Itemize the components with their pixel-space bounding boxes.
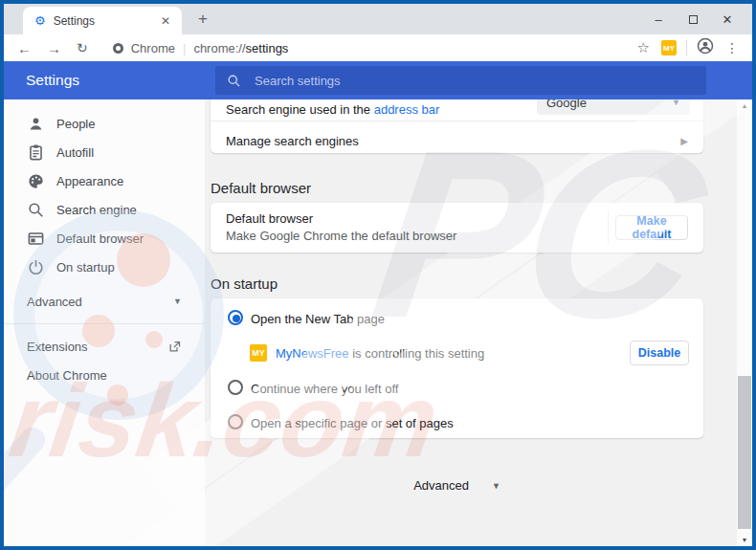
- search-engine-select[interactable]: Google ▼: [537, 99, 690, 115]
- minimize-icon[interactable]: –: [641, 12, 676, 27]
- window-controls: – ✕: [641, 4, 745, 34]
- page-title: Settings: [26, 72, 79, 89]
- search-icon: [227, 74, 241, 88]
- search-engine-card: Search engine used in the address bar Go…: [211, 99, 703, 153]
- chevron-down-icon: ▼: [173, 297, 182, 306]
- person-icon: [27, 115, 45, 133]
- card-vertical-divider: [608, 210, 609, 245]
- search-engine-row: Search engine used in the address bar: [226, 102, 439, 117]
- settings-header: Settings: [4, 61, 752, 99]
- scroll-up-icon[interactable]: ▲: [737, 102, 752, 109]
- sidebar-item-extensions[interactable]: Extensions: [4, 332, 205, 361]
- reload-icon[interactable]: ↻: [77, 41, 88, 55]
- about-chrome-label: About Chrome: [27, 368, 107, 383]
- sidebar-item-autofill[interactable]: Autofill: [4, 138, 205, 166]
- advanced-expander[interactable]: Advanced ▼: [211, 478, 703, 493]
- magnifier-icon: [27, 201, 45, 219]
- sidebar-item-label: Default browser: [56, 231, 144, 246]
- settings-gear-icon: ⚙: [34, 14, 46, 27]
- settings-content: People Autofill Appearance Search engine…: [4, 99, 752, 546]
- default-browser-heading: Default browser: [211, 180, 311, 196]
- radio-open-specific-pages[interactable]: [228, 414, 243, 429]
- external-link-icon: [167, 340, 182, 354]
- sidebar-item-label: Search engine: [56, 203, 137, 217]
- sidebar-advanced-toggle[interactable]: Advanced ▼: [4, 287, 205, 316]
- palette-icon: [27, 172, 45, 190]
- settings-search-box[interactable]: [215, 66, 706, 95]
- power-icon: [27, 258, 45, 276]
- default-browser-title: Default browser: [226, 211, 313, 226]
- sidebar-divider: [4, 323, 205, 324]
- extension-icon[interactable]: MY: [661, 40, 677, 55]
- disable-button[interactable]: Disable: [630, 341, 689, 365]
- sidebar-item-people[interactable]: People: [4, 109, 205, 138]
- default-browser-subtitle: Make Google Chrome the default browser: [226, 229, 456, 243]
- sidebar-item-on-startup[interactable]: On startup: [4, 253, 205, 281]
- sidebar-item-label: Appearance: [56, 174, 123, 188]
- sidebar-item-label: Autofill: [56, 145, 94, 160]
- tab-settings[interactable]: ⚙ Settings ✕: [23, 7, 182, 34]
- card-divider: [211, 121, 703, 121]
- browser-window: ⚙ Settings ✕ + – ✕ ← → ↻ Chrome | chrome…: [0, 0, 756, 550]
- new-tab-button[interactable]: +: [191, 8, 214, 31]
- make-default-button[interactable]: Make default: [615, 215, 688, 240]
- chevron-down-icon: ▼: [492, 481, 500, 491]
- select-value: Google: [546, 99, 587, 110]
- address-bar-link[interactable]: address bar: [374, 102, 440, 117]
- controller-text: MyNewsFree is controlling this setting: [276, 346, 484, 361]
- tab-title: Settings: [54, 14, 157, 28]
- default-browser-card: Default browser Make Google Chrome the d…: [211, 203, 703, 253]
- chevron-right-icon: ▶: [680, 136, 688, 146]
- option-label[interactable]: Open the New Tab page: [251, 312, 385, 326]
- sidebar-item-label: People: [56, 117, 95, 131]
- option-label[interactable]: Continue where you left off: [251, 382, 398, 396]
- maximize-icon[interactable]: [676, 12, 710, 27]
- scroll-down-icon[interactable]: ▼: [737, 537, 752, 543]
- bookmark-star-icon[interactable]: ☆: [637, 39, 650, 56]
- profile-avatar-icon[interactable]: [697, 37, 714, 58]
- forward-icon[interactable]: →: [47, 41, 61, 55]
- url-separator: |: [183, 41, 186, 55]
- url-host: settings: [246, 41, 289, 55]
- browser-window-icon: [27, 230, 45, 248]
- radio-open-new-tab[interactable]: [228, 310, 243, 325]
- scrollbar-thumb[interactable]: [738, 376, 751, 529]
- settings-sidebar: People Autofill Appearance Search engine…: [4, 99, 205, 546]
- on-startup-card: Open the New Tab page MY MyNewsFree is c…: [211, 298, 703, 438]
- url-brand: Chrome: [131, 41, 175, 55]
- sidebar-item-label: On startup: [56, 260, 115, 275]
- vertical-scrollbar[interactable]: ▲ ▼: [737, 99, 752, 546]
- advanced-footer-label: Advanced: [413, 478, 469, 493]
- search-input[interactable]: [255, 74, 695, 88]
- browser-toolbar: ← → ↻ Chrome | chrome:// settings ☆ MY ⋮: [4, 34, 752, 61]
- radio-continue-left-off[interactable]: [228, 380, 243, 395]
- menu-kebab-icon[interactable]: ⋮: [725, 40, 739, 55]
- sidebar-item-appearance[interactable]: Appearance: [4, 166, 205, 195]
- sidebar-item-about-chrome[interactable]: About Chrome: [4, 361, 205, 389]
- manage-search-engines-row[interactable]: Manage search engines ▶: [226, 128, 688, 153]
- close-icon[interactable]: ✕: [710, 12, 745, 27]
- tab-strip: ⚙ Settings ✕ + – ✕: [4, 4, 752, 34]
- tab-close-icon[interactable]: ✕: [157, 12, 174, 30]
- toolbar-divider: [686, 40, 687, 55]
- mynewsfree-link[interactable]: MyNewsFree: [276, 346, 349, 361]
- chevron-down-icon: ▼: [672, 99, 680, 107]
- option-label[interactable]: Open a specific page or set of pages: [251, 416, 454, 430]
- on-startup-heading: On startup: [211, 275, 278, 292]
- url-scheme: chrome://: [193, 41, 245, 55]
- extensions-label: Extensions: [27, 340, 88, 354]
- clipboard-icon: [27, 143, 45, 162]
- sidebar-item-search-engine[interactable]: Search engine: [4, 195, 205, 224]
- advanced-label: Advanced: [27, 295, 82, 309]
- site-info-icon[interactable]: [113, 43, 123, 54]
- mynewsfree-extension-icon: MY: [250, 344, 267, 362]
- sidebar-item-default-browser[interactable]: Default browser: [4, 224, 205, 253]
- back-icon[interactable]: ←: [17, 41, 32, 55]
